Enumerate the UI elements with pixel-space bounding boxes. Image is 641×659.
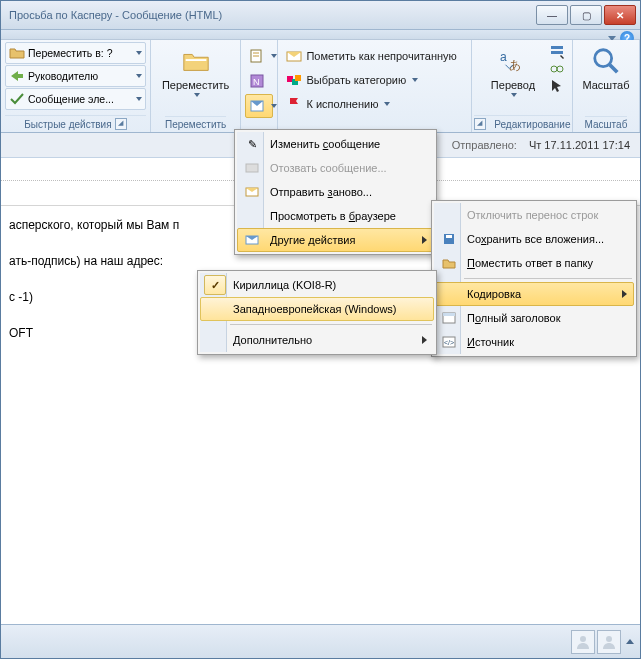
ribbon: Переместить в: ? Руководителю Сообщение … bbox=[1, 40, 640, 133]
title-bar: Просьба по Касперу - Сообщение (HTML) — … bbox=[1, 1, 640, 30]
quick-action-to-manager[interactable]: Руководителю bbox=[5, 65, 146, 87]
categorize-button[interactable]: Выбрать категорию bbox=[282, 68, 467, 92]
find-icon[interactable] bbox=[549, 44, 565, 60]
menu-edit-message[interactable]: ✎Изменить сообщение bbox=[237, 132, 434, 156]
group-zoom: Масштаб Масштаб bbox=[573, 40, 640, 132]
save-icon bbox=[440, 232, 458, 246]
translate-icon: aあ bbox=[497, 45, 529, 77]
translate-label: Перевод bbox=[491, 79, 535, 91]
source-icon: </> bbox=[440, 335, 458, 349]
menu-save-attachments[interactable]: Сохранить все вложения... bbox=[434, 227, 634, 251]
other-actions-menu: Отключить перенос строк Сохранить все вл… bbox=[431, 200, 637, 357]
zoom-label: Масштаб bbox=[582, 79, 629, 91]
actions-submenu-icon bbox=[243, 233, 261, 247]
group-small-actions: N bbox=[241, 40, 278, 132]
people-pane-avatar[interactable] bbox=[571, 630, 595, 654]
svg-rect-19 bbox=[446, 235, 452, 238]
svg-point-11 bbox=[557, 66, 563, 72]
actions-button[interactable] bbox=[245, 94, 273, 118]
categories-icon bbox=[286, 72, 302, 88]
encoding-menu: ✓Кириллица (KOI8-R) Западноевропейская (… bbox=[197, 270, 437, 355]
quick-action-team-email[interactable]: Сообщение эле... bbox=[5, 88, 146, 110]
folder-icon bbox=[180, 45, 212, 77]
menu-view-source[interactable]: </>Источник bbox=[434, 330, 634, 354]
status-bar bbox=[1, 624, 640, 658]
menu-encoding-koi8r[interactable]: ✓Кириллица (KOI8-R) bbox=[200, 273, 434, 297]
related-icon[interactable] bbox=[549, 61, 565, 77]
svg-text:N: N bbox=[253, 77, 260, 87]
svg-rect-21 bbox=[443, 313, 455, 316]
group-label-move: Переместить bbox=[165, 119, 226, 130]
followup-label: К исполнению bbox=[306, 98, 378, 110]
group-label-quick: Быстрые действия bbox=[24, 119, 111, 130]
mark-unread-button[interactable]: Пометить как непрочитанную bbox=[282, 44, 467, 68]
menu-encoding[interactable]: Кодировка bbox=[434, 282, 634, 306]
onenote-icon: N bbox=[249, 73, 265, 89]
group-label-editing: Редактирование bbox=[494, 119, 570, 130]
sent-label: Отправлено: bbox=[452, 139, 517, 151]
onenote-button[interactable]: N bbox=[245, 69, 273, 93]
actions-icon bbox=[249, 98, 265, 114]
svg-point-10 bbox=[551, 66, 557, 72]
zoom-button[interactable]: Масштаб bbox=[572, 42, 640, 94]
categorize-label: Выбрать категорию bbox=[306, 74, 406, 86]
menu-toggle-wrap: Отключить перенос строк bbox=[434, 203, 634, 227]
dialog-launcher-icon[interactable]: ◢ bbox=[474, 118, 486, 130]
rules-button[interactable] bbox=[245, 44, 273, 68]
svg-text:あ: あ bbox=[509, 58, 521, 72]
menu-other-actions[interactable]: Другие действия bbox=[237, 228, 434, 252]
header-icon bbox=[440, 311, 458, 325]
menu-encoding-western-windows[interactable]: Западноевропейская (Windows) bbox=[200, 297, 434, 321]
resend-icon bbox=[243, 185, 261, 199]
check-icon bbox=[9, 91, 25, 107]
minimize-button[interactable]: — bbox=[536, 5, 568, 25]
close-button[interactable]: ✕ bbox=[604, 5, 636, 25]
maximize-button[interactable]: ▢ bbox=[570, 5, 602, 25]
menu-move-reply-to-folder[interactable]: Поместить ответ в папку bbox=[434, 251, 634, 275]
qa-label: Руководителю bbox=[28, 70, 98, 82]
move-button[interactable]: Переместить bbox=[155, 42, 236, 100]
svg-point-13 bbox=[580, 636, 586, 642]
menu-encoding-more[interactable]: Дополнительно bbox=[200, 328, 434, 352]
people-pane-avatar[interactable] bbox=[597, 630, 621, 654]
forward-icon bbox=[9, 68, 25, 84]
quick-access-row: ? bbox=[1, 30, 640, 40]
move-label: Переместить bbox=[162, 79, 229, 91]
actions-menu: ✎Изменить сообщение Отозвать сообщение..… bbox=[234, 129, 437, 255]
sent-value: Чт 17.11.2011 17:14 bbox=[529, 139, 630, 151]
envelope-closed-icon bbox=[286, 48, 302, 64]
svg-text:</>: </> bbox=[444, 339, 454, 346]
menu-view-in-browser[interactable]: Просмотреть в браузере bbox=[237, 204, 434, 228]
rules-icon bbox=[249, 48, 265, 64]
quick-action-move-to[interactable]: Переместить в: ? bbox=[5, 42, 146, 64]
select-icon[interactable] bbox=[549, 78, 565, 94]
menu-message-header[interactable]: Полный заголовок bbox=[434, 306, 634, 330]
group-editing: aあ Перевод ◢ Редактирование bbox=[472, 40, 573, 132]
recall-icon bbox=[243, 161, 261, 175]
qa-label: Переместить в: ? bbox=[28, 47, 113, 59]
menu-resend[interactable]: Отправить заново... bbox=[237, 180, 434, 204]
edit-icon: ✎ bbox=[243, 138, 261, 151]
group-tags: Пометить как непрочитанную Выбрать катег… bbox=[278, 40, 472, 132]
translate-button[interactable]: aあ Перевод bbox=[479, 42, 547, 100]
followup-button[interactable]: К исполнению bbox=[282, 92, 467, 116]
expand-people-pane-icon[interactable] bbox=[626, 639, 634, 644]
svg-rect-15 bbox=[246, 164, 258, 172]
magnifier-icon bbox=[590, 45, 622, 77]
reply-folder-icon bbox=[440, 256, 458, 270]
dialog-launcher-icon[interactable]: ◢ bbox=[115, 118, 127, 130]
flag-icon bbox=[286, 96, 302, 112]
qa-label: Сообщение эле... bbox=[28, 93, 114, 105]
group-quick-actions: Переместить в: ? Руководителю Сообщение … bbox=[1, 40, 151, 132]
folder-move-icon bbox=[9, 45, 25, 61]
svg-rect-7 bbox=[295, 75, 301, 81]
group-move: Переместить Переместить bbox=[151, 40, 242, 132]
mark-unread-label: Пометить как непрочитанную bbox=[306, 50, 456, 62]
svg-point-14 bbox=[606, 636, 612, 642]
group-label-zoom: Масштаб bbox=[585, 119, 628, 130]
window-title: Просьба по Касперу - Сообщение (HTML) bbox=[5, 9, 536, 21]
menu-recall-message: Отозвать сообщение... bbox=[237, 156, 434, 180]
checked-icon: ✓ bbox=[204, 275, 226, 295]
svg-text:a: a bbox=[500, 50, 507, 64]
svg-point-12 bbox=[595, 50, 612, 67]
